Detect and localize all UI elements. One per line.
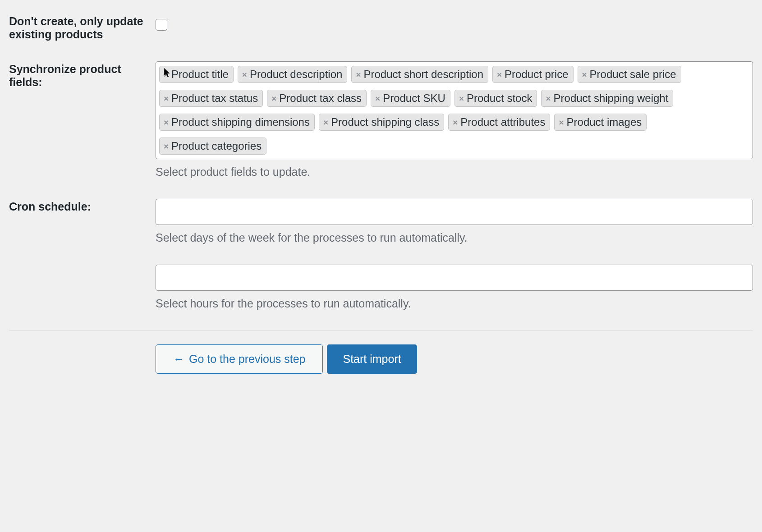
previous-step-label: Go to the previous step: [189, 353, 305, 366]
field-tag-label: Product stock: [467, 92, 532, 105]
field-tag-label: Product images: [567, 116, 642, 128]
field-tag-label: Product sale price: [590, 68, 676, 81]
cron-hours-select[interactable]: [156, 265, 753, 291]
field-tag-label: Product short description: [364, 68, 483, 81]
field-tag-label: Product shipping weight: [554, 92, 669, 105]
update-only-field: [156, 14, 753, 33]
remove-icon[interactable]: ×: [241, 70, 248, 79]
remove-icon[interactable]: ×: [374, 94, 381, 103]
remove-icon[interactable]: ×: [163, 70, 170, 79]
remove-icon[interactable]: ×: [496, 70, 503, 79]
actions-row: ← Go to the previous step Start import: [9, 344, 753, 374]
field-tag-label: Product shipping class: [331, 116, 439, 128]
field-tag[interactable]: ×Product shipping dimensions: [159, 114, 315, 131]
remove-icon[interactable]: ×: [581, 70, 588, 79]
sync-fields-help: Select product fields to update.: [156, 165, 753, 179]
field-tag[interactable]: ×Product images: [554, 114, 647, 131]
cron-schedule-row: Cron schedule: Select days of the week f…: [9, 199, 753, 310]
cron-hours-help: Select hours for the processes to run au…: [156, 297, 753, 310]
field-tag[interactable]: ×Product short description: [351, 66, 488, 83]
start-import-button[interactable]: Start import: [327, 344, 417, 374]
remove-icon[interactable]: ×: [163, 118, 170, 127]
cron-schedule-label: Cron schedule:: [9, 199, 156, 213]
cron-schedule-field: Select days of the week for the processe…: [156, 199, 753, 310]
remove-icon[interactable]: ×: [322, 118, 329, 127]
arrow-left-icon: ←: [173, 353, 184, 366]
field-tag[interactable]: ×Product price: [492, 66, 574, 83]
sync-fields-field: ×Product title×Product description×Produ…: [156, 61, 753, 179]
remove-icon[interactable]: ×: [271, 94, 277, 103]
field-tag[interactable]: ×Product shipping weight: [541, 90, 673, 107]
remove-icon[interactable]: ×: [163, 94, 170, 103]
update-only-checkbox[interactable]: [156, 19, 167, 31]
sync-fields-label: Synchronize product fields:: [9, 61, 156, 89]
field-tag[interactable]: ×Product shipping class: [319, 114, 444, 131]
field-tag-label: Product title: [171, 68, 229, 81]
remove-icon[interactable]: ×: [355, 70, 362, 79]
field-tag-label: Product tax status: [171, 92, 258, 105]
field-tag[interactable]: ×Product sale price: [578, 66, 681, 83]
field-tag-label: Product attributes: [460, 116, 545, 128]
field-tag[interactable]: ×Product SKU: [371, 90, 450, 107]
field-tag[interactable]: ×Product attributes: [448, 114, 550, 131]
field-tag[interactable]: ×Product title: [159, 66, 234, 83]
previous-step-button[interactable]: ← Go to the previous step: [156, 344, 323, 374]
remove-icon[interactable]: ×: [458, 94, 465, 103]
field-tag-label: Product tax class: [279, 92, 362, 105]
field-tag-label: Product description: [250, 68, 342, 81]
remove-icon[interactable]: ×: [452, 118, 459, 127]
field-tag[interactable]: ×Product tax status: [159, 90, 263, 107]
cron-days-help: Select days of the week for the processe…: [156, 231, 753, 244]
actions-divider: ← Go to the previous step Start import: [9, 330, 753, 374]
update-only-row: Don't create, only update existing produ…: [9, 14, 753, 41]
field-tag-label: Product price: [505, 68, 568, 81]
cron-days-select[interactable]: [156, 199, 753, 225]
field-tag[interactable]: ×Product description: [238, 66, 348, 83]
remove-icon[interactable]: ×: [545, 94, 551, 103]
update-only-label: Don't create, only update existing produ…: [9, 14, 156, 41]
remove-icon[interactable]: ×: [163, 142, 170, 151]
sync-fields-row: Synchronize product fields: ×Product tit…: [9, 61, 753, 179]
field-tag-label: Product SKU: [383, 92, 445, 105]
field-tag-label: Product categories: [171, 140, 262, 152]
field-tag-label: Product shipping dimensions: [171, 116, 310, 128]
field-tag[interactable]: ×Product tax class: [267, 90, 367, 107]
field-tag[interactable]: ×Product stock: [454, 90, 537, 107]
field-tag[interactable]: ×Product categories: [159, 138, 266, 155]
sync-fields-select[interactable]: ×Product title×Product description×Produ…: [156, 61, 753, 159]
sync-fields-tags: ×Product title×Product description×Produ…: [159, 66, 749, 157]
remove-icon[interactable]: ×: [558, 118, 565, 127]
start-import-label: Start import: [343, 353, 401, 366]
